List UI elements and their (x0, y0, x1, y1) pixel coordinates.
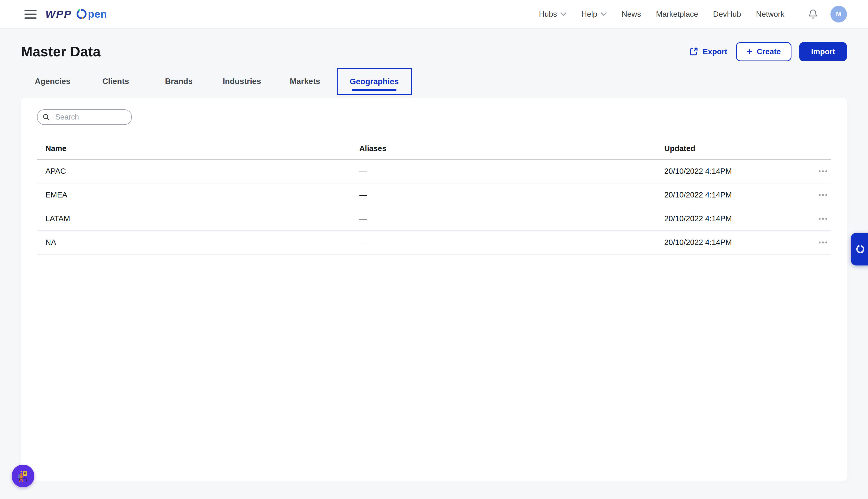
tab-label: Geographies (350, 77, 399, 86)
topbar-nav: HubsHelpNewsMarketplaceDevHubNetwork (539, 10, 784, 19)
tab-clients[interactable]: Clients (84, 68, 147, 95)
wpp-open-logo: WPP pen (45, 8, 107, 20)
plus-icon: + (747, 49, 752, 54)
search-input[interactable] (54, 112, 127, 122)
tab-label: Brands (165, 77, 192, 86)
user-avatar[interactable]: M (831, 6, 847, 23)
tab-brands[interactable]: Brands (147, 68, 211, 95)
nav-item-help[interactable]: Help (581, 10, 607, 19)
nav-item-news[interactable]: News (622, 10, 641, 19)
table-row: APAC—20/10/2022 4:14PM (37, 160, 831, 183)
nav-item-devhub[interactable]: DevHub (713, 10, 741, 19)
open-side-widget-tab[interactable] (851, 233, 868, 266)
notifications-bell-icon[interactable] (808, 9, 818, 20)
create-button[interactable]: + Create (736, 42, 792, 61)
nav-item-label: Network (756, 10, 784, 19)
open-o-swirl-icon (76, 8, 87, 20)
column-header-aliases: Aliases (359, 144, 664, 153)
search-icon (43, 113, 50, 121)
create-label: Create (757, 47, 781, 56)
table-header-row: Name Aliases Updated (37, 138, 831, 160)
cell-name: EMEA (45, 191, 359, 199)
page-title: Master Data (21, 44, 101, 60)
geographies-table: Name Aliases Updated APAC—20/10/2022 4:1… (37, 138, 831, 255)
table-body: APAC—20/10/2022 4:14PMEMEA—20/10/2022 4:… (37, 160, 831, 255)
table-row: NA—20/10/2022 4:14PM (37, 231, 831, 255)
cell-updated: 20/10/2022 4:14PM (664, 214, 817, 223)
import-label: Import (811, 47, 835, 56)
nav-item-label: Hubs (539, 10, 557, 19)
cell-name: NA (45, 238, 359, 247)
geographies-panel: Name Aliases Updated APAC—20/10/2022 4:1… (21, 98, 847, 482)
refresh-swirl-icon (855, 244, 866, 255)
cell-aliases: — (359, 167, 664, 176)
nav-item-marketplace[interactable]: Marketplace (656, 10, 698, 19)
cell-updated: 20/10/2022 4:14PM (664, 191, 817, 199)
help-assistant-fab[interactable] (12, 465, 34, 487)
cell-updated: 20/10/2022 4:14PM (664, 238, 817, 247)
export-button[interactable]: Export (688, 44, 728, 60)
app: WPP pen HubsHelpNewsMarketplaceDevHubNet… (0, 0, 868, 499)
export-icon (689, 47, 698, 57)
cell-name: APAC (45, 167, 359, 176)
cell-aliases: — (359, 238, 664, 247)
tab-industries[interactable]: Industries (211, 68, 274, 95)
tab-label: Clients (102, 77, 129, 86)
nav-item-label: DevHub (713, 10, 741, 19)
chevron-down-icon (601, 12, 607, 16)
avatar-initial: M (836, 10, 841, 18)
column-header-updated: Updated (664, 144, 817, 153)
logo-open-text: pen (88, 8, 107, 20)
search-box[interactable] (37, 109, 132, 125)
cell-aliases: — (359, 191, 664, 199)
nav-item-label: Marketplace (656, 10, 698, 19)
nav-item-label: Help (581, 10, 597, 19)
hamburger-menu-icon[interactable] (24, 10, 37, 19)
row-actions-menu-icon[interactable] (817, 191, 830, 199)
column-header-name: Name (45, 144, 359, 153)
master-data-tabs: AgenciesClientsBrandsIndustriesMarketsGe… (21, 68, 847, 95)
table-row: EMEA—20/10/2022 4:14PM (37, 183, 831, 207)
tab-label: Agencies (35, 77, 70, 86)
header-actions: Export + Create Import (688, 42, 847, 61)
nav-item-hubs[interactable]: Hubs (539, 10, 567, 19)
tab-geographies[interactable]: Geographies (337, 68, 412, 95)
nav-item-label: News (622, 10, 641, 19)
tab-markets[interactable]: Markets (273, 68, 337, 95)
import-button[interactable]: Import (799, 42, 847, 61)
topbar: WPP pen HubsHelpNewsMarketplaceDevHubNet… (0, 0, 868, 29)
tab-agencies[interactable]: Agencies (21, 68, 84, 95)
page-header: Master Data Export + Create Import (0, 29, 868, 61)
cell-name: LATAM (45, 214, 359, 223)
nav-item-network[interactable]: Network (756, 10, 784, 19)
cell-updated: 20/10/2022 4:14PM (664, 167, 817, 176)
row-actions-menu-icon[interactable] (817, 215, 830, 223)
person-at-desk-illustration (15, 468, 32, 484)
logo-wpp-text: WPP (45, 8, 72, 20)
tab-label: Markets (290, 77, 320, 86)
row-actions-menu-icon[interactable] (817, 167, 830, 175)
tab-label: Industries (223, 77, 261, 86)
row-actions-menu-icon[interactable] (817, 238, 830, 247)
chevron-down-icon (560, 12, 567, 16)
cell-aliases: — (359, 214, 664, 223)
export-label: Export (703, 47, 727, 56)
table-row: LATAM—20/10/2022 4:14PM (37, 207, 831, 231)
